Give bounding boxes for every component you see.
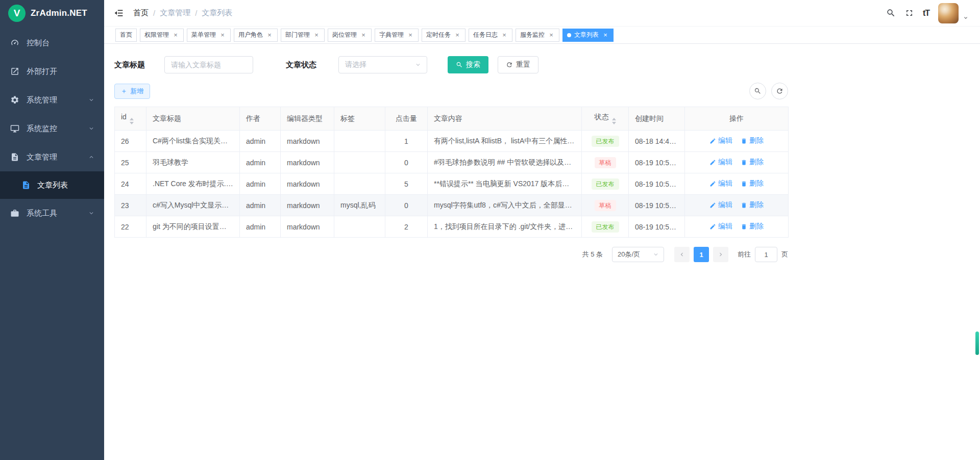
tab-close-icon[interactable]: × bbox=[313, 32, 320, 39]
delete-link[interactable]: 删除 bbox=[741, 136, 764, 145]
column-header-label: 文章内容 bbox=[434, 114, 462, 122]
edit-link[interactable]: 编辑 bbox=[709, 179, 732, 188]
cell-editor: markdown bbox=[281, 152, 334, 173]
prev-page-button[interactable] bbox=[674, 247, 690, 262]
delete-link[interactable]: 删除 bbox=[741, 200, 764, 210]
column-header-label: 作者 bbox=[246, 114, 260, 122]
title-filter-item: 文章标题 bbox=[114, 56, 253, 73]
fullscreen-icon[interactable] bbox=[904, 8, 914, 18]
toolbox-icon bbox=[10, 209, 19, 218]
title-filter-input[interactable] bbox=[164, 56, 253, 73]
tab-item[interactable]: 权限管理× bbox=[140, 29, 184, 42]
page-size-select[interactable]: 20条/页 bbox=[612, 247, 664, 262]
tab-item[interactable]: 菜单管理× bbox=[187, 29, 231, 42]
breadcrumb-separator: / bbox=[153, 9, 155, 17]
tab-item[interactable]: 文章列表× bbox=[562, 29, 614, 42]
cell-title: .NET Core 发布时提示.NET... bbox=[146, 173, 240, 195]
tab-item[interactable]: 岗位管理× bbox=[328, 29, 372, 42]
column-header-label: 点击量 bbox=[396, 114, 417, 122]
sidebar-item-dashboard[interactable]: 控制台 bbox=[0, 29, 104, 57]
cell-operations: 编辑删除 bbox=[685, 152, 789, 173]
sidebar-item-system-monitor[interactable]: 系统监控 bbox=[0, 114, 104, 143]
cell-operations: 编辑删除 bbox=[685, 195, 789, 216]
reset-button[interactable]: 重置 bbox=[498, 56, 538, 73]
search-button[interactable]: 搜索 bbox=[448, 56, 488, 73]
edit-link[interactable]: 编辑 bbox=[709, 222, 732, 231]
next-page-button[interactable] bbox=[713, 247, 728, 262]
sort-carets-icon bbox=[612, 118, 616, 124]
articles-table: id文章标题作者编辑器类型标签点击量文章内容状态创建时间操作 26C#两个lis… bbox=[114, 107, 789, 238]
status-badge: 草稿 bbox=[595, 200, 616, 211]
cell-tags bbox=[334, 152, 385, 173]
sidebar-subitem-label: 文章列表 bbox=[37, 181, 104, 190]
scrollbar-thumb[interactable] bbox=[975, 331, 979, 355]
sidebar-item-system-tools[interactable]: 系统工具 bbox=[0, 199, 104, 227]
tab-item[interactable]: 用户角色× bbox=[234, 29, 278, 42]
status-filter-select[interactable]: 请选择 bbox=[338, 56, 427, 73]
tab-close-icon[interactable]: × bbox=[454, 32, 461, 39]
tab-close-icon[interactable]: × bbox=[360, 32, 367, 39]
refresh-table-button[interactable] bbox=[771, 83, 788, 99]
cell-operations: 编辑删除 bbox=[685, 173, 789, 195]
tab-close-icon[interactable]: × bbox=[501, 32, 508, 39]
breadcrumb-item-home[interactable]: 首页 bbox=[133, 8, 149, 18]
tab-item[interactable]: 首页 bbox=[115, 29, 137, 42]
toggle-search-button[interactable] bbox=[749, 83, 766, 99]
tab-close-icon[interactable]: × bbox=[548, 32, 555, 39]
breadcrumb-item-article-manage[interactable]: 文章管理 bbox=[160, 8, 190, 18]
column-header-status[interactable]: 状态 bbox=[582, 107, 629, 131]
cell-status: 草稿 bbox=[582, 152, 629, 173]
cell-created: 08-19 10:51:29 bbox=[629, 152, 685, 173]
header-search-icon[interactable] bbox=[886, 8, 896, 18]
page-content: 文章标题 文章状态 请选择 搜索 重置 bbox=[104, 44, 980, 460]
goto-unit-label: 页 bbox=[781, 250, 788, 259]
tab-item[interactable]: 定时任务× bbox=[422, 29, 465, 42]
delete-label: 删除 bbox=[749, 158, 764, 167]
sidebar-item-system-manage[interactable]: 系统管理 bbox=[0, 86, 104, 114]
sort-desc-icon bbox=[612, 122, 616, 124]
sidebar-item-external-open[interactable]: 外部打开 bbox=[0, 57, 104, 86]
tab-label: 首页 bbox=[120, 31, 132, 39]
tab-close-icon[interactable]: × bbox=[172, 32, 179, 39]
cell-tags: mysql,乱码 bbox=[334, 195, 385, 216]
cell-hits: 2 bbox=[385, 216, 428, 238]
edit-label: 编辑 bbox=[718, 222, 732, 231]
app-title: ZrAdmin.NET bbox=[31, 8, 87, 18]
tab-close-icon[interactable]: × bbox=[219, 32, 226, 39]
delete-link[interactable]: 删除 bbox=[741, 158, 764, 167]
table-toolbar: 新增 bbox=[114, 83, 788, 99]
sidebar-item-label: 系统工具 bbox=[27, 209, 81, 218]
tab-label: 定时任务 bbox=[426, 31, 451, 39]
tab-close-icon[interactable]: × bbox=[266, 32, 273, 39]
page-number-button[interactable]: 1 bbox=[694, 247, 709, 262]
sort-desc-icon bbox=[130, 122, 134, 124]
delete-link[interactable]: 删除 bbox=[741, 179, 764, 188]
delete-icon bbox=[741, 181, 747, 187]
tab-item[interactable]: 服务监控× bbox=[516, 29, 559, 42]
avatar-caret-icon[interactable] bbox=[963, 15, 969, 21]
app-logo[interactable]: V ZrAdmin.NET bbox=[0, 0, 104, 27]
tab-item[interactable]: 任务日志× bbox=[469, 29, 512, 42]
status-badge: 已发布 bbox=[592, 136, 619, 147]
status-badge: 草稿 bbox=[595, 157, 616, 168]
edit-link[interactable]: 编辑 bbox=[709, 200, 732, 210]
cell-operations: 编辑删除 bbox=[685, 216, 789, 238]
tab-item[interactable]: 部门管理× bbox=[281, 29, 325, 42]
sidebar-item-article-manage[interactable]: 文章管理 bbox=[0, 143, 104, 171]
sidebar-fold-icon[interactable] bbox=[113, 8, 124, 18]
tab-item[interactable]: 字典管理× bbox=[375, 29, 419, 42]
font-size-icon[interactable]: tT bbox=[923, 9, 929, 18]
avatar[interactable] bbox=[938, 3, 959, 23]
tab-close-icon[interactable]: × bbox=[407, 32, 414, 39]
goto-page-input[interactable] bbox=[755, 247, 777, 262]
sidebar-subitem-article-list[interactable]: 文章列表 bbox=[0, 171, 104, 199]
delete-link[interactable]: 删除 bbox=[741, 222, 764, 231]
cell-author: admin bbox=[240, 195, 281, 216]
cell-editor: markdown bbox=[281, 195, 334, 216]
edit-link[interactable]: 编辑 bbox=[709, 158, 732, 167]
add-button[interactable]: 新增 bbox=[114, 84, 150, 99]
column-header-id[interactable]: id bbox=[115, 107, 146, 131]
edit-link[interactable]: 编辑 bbox=[709, 136, 732, 145]
tab-close-icon[interactable]: × bbox=[602, 32, 609, 39]
cell-editor: markdown bbox=[281, 173, 334, 195]
